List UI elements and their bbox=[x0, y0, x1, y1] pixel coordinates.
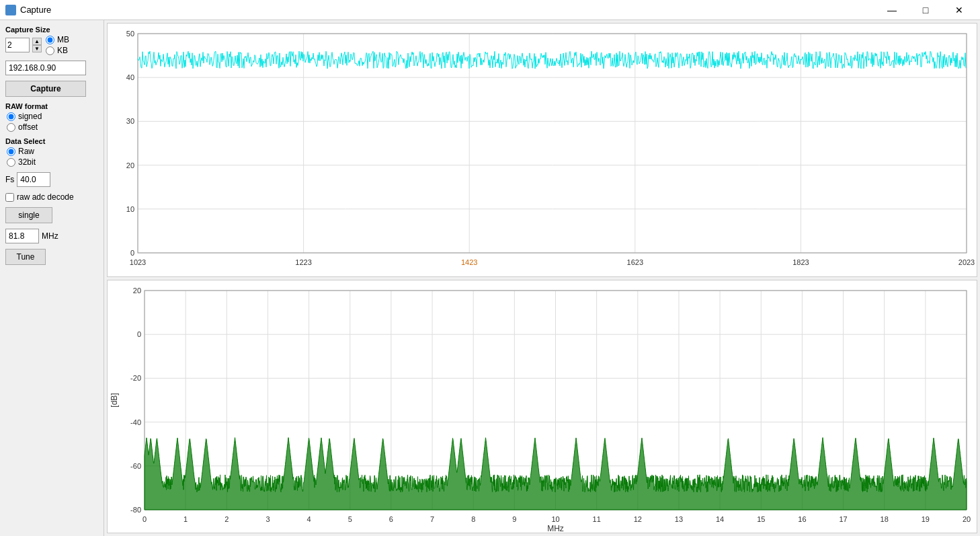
spin-down-button[interactable]: ▼ bbox=[32, 45, 42, 52]
data-select-section: Data Select Raw 32bit bbox=[5, 137, 98, 167]
ip-section bbox=[5, 61, 98, 75]
signed-label: signed bbox=[18, 112, 42, 121]
tune-freq-unit: MHz bbox=[42, 231, 58, 241]
signed-radio[interactable] bbox=[7, 112, 15, 121]
tune-freq-row: MHz bbox=[5, 229, 98, 243]
app-icon bbox=[5, 5, 16, 15]
capture-size-label: Capture Size bbox=[5, 26, 98, 34]
tune-freq-input[interactable] bbox=[5, 229, 39, 243]
fs-label: Fs bbox=[5, 175, 14, 184]
window-title: Capture bbox=[20, 5, 51, 15]
capture-size-input[interactable] bbox=[5, 38, 30, 52]
capture-size-row: ▲ ▼ MB KB bbox=[5, 35, 98, 55]
tune-button-section: Tune bbox=[5, 249, 98, 265]
raw-format-group: signed offset bbox=[7, 112, 98, 132]
capture-button-section: Capture bbox=[5, 81, 98, 97]
fs-section: Fs bbox=[5, 172, 98, 187]
bit32-radio[interactable] bbox=[7, 158, 15, 167]
maximize-button[interactable]: □ bbox=[910, 1, 941, 20]
top-chart-container bbox=[107, 23, 977, 277]
tune-button[interactable]: Tune bbox=[5, 249, 46, 265]
raw-option: Raw bbox=[7, 147, 98, 156]
single-button[interactable]: single bbox=[5, 207, 52, 223]
minimize-button[interactable]: — bbox=[876, 1, 907, 20]
spin-up-button[interactable]: ▲ bbox=[32, 38, 42, 45]
spin-buttons: ▲ ▼ bbox=[32, 38, 42, 52]
ip-address-input[interactable] bbox=[5, 61, 86, 75]
offset-option: offset bbox=[7, 122, 98, 132]
raw-format-section: RAW format signed offset bbox=[5, 102, 98, 132]
mb-option: MB bbox=[46, 35, 69, 44]
capture-size-section: Capture Size ▲ ▼ MB KB bbox=[5, 26, 98, 55]
size-unit-group: MB KB bbox=[46, 35, 69, 55]
raw-format-label: RAW format bbox=[5, 102, 98, 110]
title-bar: Capture — □ ✕ bbox=[0, 0, 980, 20]
offset-radio[interactable] bbox=[7, 123, 15, 132]
fs-input[interactable] bbox=[17, 172, 50, 187]
data-select-group: Raw 32bit bbox=[7, 147, 98, 167]
bit32-option: 32bit bbox=[7, 157, 98, 167]
kb-radio[interactable] bbox=[46, 46, 54, 55]
mb-radio[interactable] bbox=[46, 36, 54, 44]
raw-adc-decode-section: raw adc decode bbox=[5, 192, 98, 202]
kb-label: KB bbox=[57, 46, 68, 55]
bottom-chart-container bbox=[107, 280, 977, 534]
app-body: Capture Size ▲ ▼ MB KB bbox=[0, 20, 980, 536]
single-button-section: single bbox=[5, 207, 98, 223]
title-bar-controls: — □ ✕ bbox=[876, 1, 975, 20]
signed-option: signed bbox=[7, 112, 98, 121]
data-select-label: Data Select bbox=[5, 137, 98, 145]
bit32-label: 32bit bbox=[18, 157, 36, 167]
raw-adc-label: raw adc decode bbox=[17, 192, 74, 202]
raw-radio[interactable] bbox=[7, 147, 15, 156]
top-chart-canvas bbox=[108, 24, 977, 276]
offset-label: offset bbox=[18, 122, 38, 132]
mb-label: MB bbox=[57, 35, 69, 44]
raw-label: Raw bbox=[18, 147, 34, 156]
title-bar-left: Capture bbox=[5, 5, 51, 15]
raw-adc-checkbox[interactable] bbox=[5, 193, 14, 202]
main-area bbox=[104, 20, 980, 536]
bottom-chart-canvas bbox=[108, 280, 977, 533]
kb-option: KB bbox=[46, 46, 69, 55]
close-button[interactable]: ✕ bbox=[944, 1, 975, 20]
sidebar: Capture Size ▲ ▼ MB KB bbox=[0, 20, 104, 536]
capture-button[interactable]: Capture bbox=[5, 81, 86, 97]
